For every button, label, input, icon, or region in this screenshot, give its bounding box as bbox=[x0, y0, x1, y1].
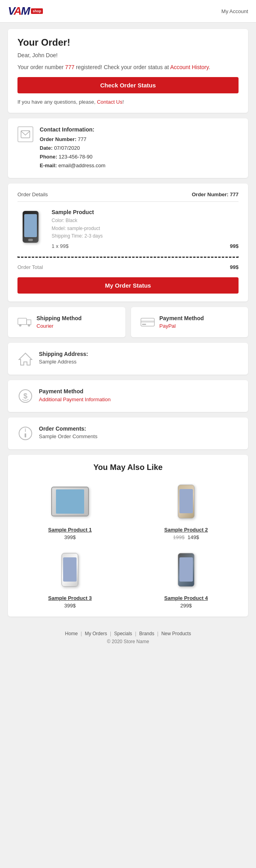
product-2-price-old: 199$ bbox=[173, 534, 185, 540]
footer-link-home[interactable]: Home bbox=[65, 631, 78, 636]
payment-info-title: Payment Method bbox=[39, 388, 111, 394]
product-2-name-link[interactable]: Sample Product 2 bbox=[132, 527, 241, 533]
payment-info-value[interactable]: Additional Payment Information bbox=[39, 396, 111, 402]
order-comments-title: Order Comments: bbox=[39, 425, 97, 432]
product-4-name-link[interactable]: Sample Product 4 bbox=[132, 595, 241, 601]
order-number-link[interactable]: 777 bbox=[65, 64, 74, 70]
product-image-wrap bbox=[17, 209, 45, 245]
product-item-4[interactable]: Sample Product 4 299$ bbox=[132, 548, 241, 609]
date-label: Date: bbox=[40, 145, 53, 151]
shipping-method-value: Courier bbox=[37, 323, 82, 329]
order-total-row: Order Total 99$ bbox=[17, 261, 239, 273]
product-4-image bbox=[132, 548, 241, 592]
my-account-link[interactable]: My Account bbox=[221, 8, 248, 14]
footer-links: Home | My Orders | Specials | Brands | N… bbox=[8, 631, 248, 636]
order-comments-value: Sample Order Comments bbox=[39, 433, 97, 439]
product-qty-price: 1 x 99$ 99$ bbox=[52, 243, 239, 249]
email-value: email@address.com bbox=[58, 162, 106, 168]
divider-bottom bbox=[17, 256, 239, 258]
contact-us-link[interactable]: Contact Us bbox=[97, 99, 122, 105]
shipping-address-title: Shipping Address: bbox=[39, 351, 88, 357]
order-details-card: Order Details Order Number: 777 Sample P… bbox=[8, 184, 248, 302]
envelope-icon bbox=[21, 130, 30, 138]
order-number-label: Order Number: bbox=[40, 136, 76, 142]
product-2-price-new: 149$ bbox=[188, 534, 199, 540]
order-details-header: Order Details Order Number: 777 bbox=[17, 191, 239, 197]
header: VAM shop My Account bbox=[0, 0, 256, 23]
order-comments-text: Order Comments: Sample Order Comments bbox=[39, 425, 97, 439]
shipping-method-card: Shipping Method Courier bbox=[8, 307, 125, 337]
logo-text: VAM bbox=[8, 5, 29, 17]
svg-text:$: $ bbox=[23, 392, 27, 400]
product-4-price: 299$ bbox=[132, 603, 241, 609]
logo: VAM shop bbox=[8, 5, 43, 17]
email-icon-wrap bbox=[17, 126, 33, 142]
footer-link-my-orders[interactable]: My Orders bbox=[85, 631, 107, 636]
dollar-icon: $ bbox=[17, 388, 33, 404]
my-order-status-button[interactable]: My Order Status bbox=[17, 277, 239, 294]
shipping-address-card: Shipping Address: Sample Address bbox=[8, 343, 248, 375]
svg-rect-13 bbox=[25, 433, 26, 437]
svg-rect-7 bbox=[142, 324, 146, 325]
product-2-image bbox=[132, 480, 241, 524]
footer-divider-1: | bbox=[81, 631, 83, 636]
order-number-header-label: Order Number: 777 bbox=[192, 191, 239, 197]
shipping-payment-row: Shipping Method Courier Payment Method P… bbox=[8, 307, 248, 337]
svg-marker-2 bbox=[27, 320, 31, 325]
payment-info-card: $ Payment Method Additional Payment Info… bbox=[8, 380, 248, 412]
truck-icon bbox=[17, 315, 32, 329]
email-label: E-mail: bbox=[40, 162, 57, 168]
footer-divider-3: | bbox=[135, 631, 137, 636]
your-order-card: Your Order! Dear, John Doe! Your order n… bbox=[8, 29, 248, 113]
contact-info-title: Contact Information: bbox=[40, 126, 106, 133]
product-3-price: 399$ bbox=[16, 603, 124, 609]
product-item-3[interactable]: Sample Product 3 399$ bbox=[16, 548, 124, 609]
shipping-address-value: Sample Address bbox=[39, 359, 88, 365]
product-item-1[interactable]: Sample Product 1 399$ bbox=[16, 480, 124, 540]
tablet-icon-1 bbox=[51, 487, 89, 516]
phone-value: 123-456-78-90 bbox=[59, 154, 92, 160]
product-color: Color: Black bbox=[52, 217, 239, 224]
contact-message-text: If you have any questions, please, bbox=[17, 99, 97, 105]
order-message: Your order number 777 registered! Check … bbox=[17, 63, 239, 72]
payment-method-value: PayPal bbox=[160, 323, 204, 329]
product-3-image bbox=[16, 548, 124, 592]
product-1-name-link[interactable]: Sample Product 1 bbox=[16, 527, 124, 533]
phone-icon-4 bbox=[178, 553, 194, 587]
order-total-label: Order Total bbox=[17, 264, 43, 270]
product-meta: Color: Black Model: sample-product Shipp… bbox=[52, 217, 239, 240]
main-content: Your Order! Dear, John Doe! Your order n… bbox=[0, 23, 256, 623]
product-model: Model: sample-product bbox=[52, 225, 239, 232]
account-history-link[interactable]: Account History bbox=[170, 64, 209, 70]
footer-divider-2: | bbox=[110, 631, 112, 636]
contact-us-suffix: ! bbox=[123, 99, 124, 105]
phone-icon-3 bbox=[62, 553, 78, 587]
shipping-method-title: Shipping Method bbox=[37, 315, 82, 321]
product-price: 99$ bbox=[230, 243, 239, 249]
product-image bbox=[17, 209, 43, 245]
footer-divider-4: | bbox=[157, 631, 160, 636]
check-order-status-button[interactable]: Check Order Status bbox=[17, 77, 239, 93]
contact-details: Contact Information: Order Number: 777 D… bbox=[40, 126, 106, 170]
footer-link-specials[interactable]: Specials bbox=[114, 631, 132, 636]
phone-label: Phone: bbox=[40, 154, 57, 160]
order-total-amount: 99$ bbox=[230, 264, 239, 270]
footer-link-new-products[interactable]: New Products bbox=[161, 631, 191, 636]
products-grid: Sample Product 1 399$ Sample Product 2 1… bbox=[16, 480, 240, 609]
home-icon bbox=[17, 351, 33, 367]
payment-info-text: Payment Method Additional Payment Inform… bbox=[39, 388, 111, 402]
svg-point-4 bbox=[28, 324, 30, 327]
phone-icon-2 bbox=[178, 485, 194, 518]
shipping-address-text: Shipping Address: Sample Address bbox=[39, 351, 88, 365]
product-3-name-link[interactable]: Sample Product 3 bbox=[16, 595, 124, 601]
contact-message: If you have any questions, please, Conta… bbox=[17, 99, 239, 105]
order-title: Your Order! bbox=[17, 37, 239, 48]
divider-top bbox=[17, 201, 239, 202]
product-item-2[interactable]: Sample Product 2 199$ 149$ bbox=[132, 480, 241, 540]
order-number-value: 777 bbox=[78, 136, 87, 142]
footer-link-brands[interactable]: Brands bbox=[139, 631, 154, 636]
footer: Home | My Orders | Specials | Brands | N… bbox=[0, 623, 256, 652]
product-1-image bbox=[16, 480, 124, 524]
also-like-title: You May Also Like bbox=[16, 463, 240, 472]
contact-info-details: Order Number: 777 Date: 07/07/2020 Phone… bbox=[40, 135, 106, 170]
